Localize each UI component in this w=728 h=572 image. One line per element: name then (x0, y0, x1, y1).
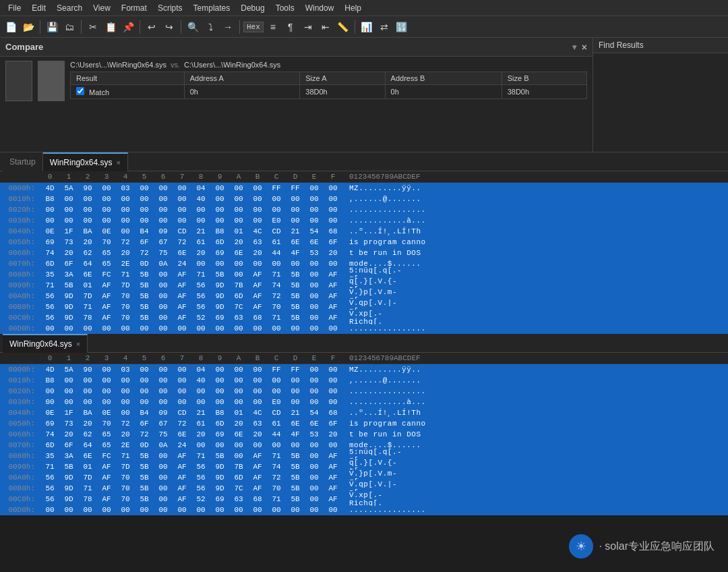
save-button[interactable]: 💾 (44, 19, 60, 35)
hex-byte[interactable]: 44 (267, 249, 286, 257)
hex-byte[interactable]: 00 (267, 324, 286, 333)
hex-byte[interactable]: 9D (210, 484, 229, 492)
hex-byte[interactable]: 78 (78, 495, 97, 503)
hex-byte[interactable]: 00 (59, 217, 78, 225)
hex-byte[interactable]: 00 (116, 398, 135, 406)
hex-byte[interactable]: 00 (229, 206, 248, 214)
hex-byte[interactable]: AF (324, 452, 342, 460)
hex-byte[interactable]: 6E (173, 249, 191, 257)
hex-byte[interactable]: 00 (78, 206, 97, 214)
hex-byte[interactable]: 20 (248, 249, 267, 257)
hex-byte[interactable]: 00 (40, 324, 59, 333)
hex-byte[interactable]: CD (267, 227, 286, 235)
hex-byte[interactable]: 20 (324, 249, 342, 257)
hex-byte[interactable]: 7D (116, 463, 135, 471)
hex-byte[interactable]: 0E (97, 409, 116, 417)
hex-byte[interactable]: 00 (286, 441, 305, 449)
hex-byte[interactable]: 7C (229, 484, 248, 492)
hex-byte[interactable]: 75 (154, 430, 173, 438)
hex-byte[interactable]: 6E (78, 270, 97, 279)
hex-byte[interactable]: AF (173, 281, 191, 289)
hex-byte[interactable]: FF (267, 184, 286, 192)
open-button[interactable]: 📂 (20, 19, 36, 35)
hex-byte[interactable]: 00 (97, 506, 116, 514)
tab-close-a[interactable]: × (116, 159, 120, 167)
hex-byte[interactable]: 9D (210, 303, 229, 311)
hex-byte[interactable]: 00 (173, 398, 191, 406)
hex-byte[interactable]: 6E (173, 430, 191, 438)
hex-byte[interactable]: 00 (135, 184, 154, 192)
hex-byte[interactable]: 4F (286, 430, 305, 438)
hex-byte[interactable]: 4F (286, 249, 305, 257)
hex-byte[interactable]: 6E (229, 249, 248, 257)
hex-byte[interactable]: 00 (248, 398, 267, 406)
compare-close[interactable]: × (582, 42, 587, 53)
hex-byte[interactable]: 71 (40, 463, 59, 471)
ruler-btn[interactable]: 📏 (335, 19, 351, 35)
hex-byte[interactable]: 4D (40, 366, 59, 374)
hex-byte[interactable]: 4C (248, 227, 267, 235)
hex-byte[interactable]: 71 (267, 495, 286, 503)
hex-byte[interactable]: AF (97, 474, 116, 482)
hex-byte[interactable]: 00 (191, 217, 210, 225)
hex-byte[interactable]: 56 (191, 484, 210, 492)
hex-byte[interactable]: 24 (173, 260, 191, 268)
hex-byte[interactable]: 70 (267, 484, 286, 492)
hex-byte[interactable]: 00 (286, 195, 305, 203)
menu-edit[interactable]: Edit (26, 2, 51, 14)
hex-byte[interactable]: 6D (229, 292, 248, 300)
hex-byte[interactable]: 00 (305, 495, 324, 503)
hex-byte[interactable]: 00 (210, 206, 229, 214)
hex-byte[interactable]: 00 (286, 324, 305, 333)
hex-byte[interactable]: 5B (135, 303, 154, 311)
hex-byte[interactable]: 52 (191, 495, 210, 503)
hex-byte[interactable]: 00 (229, 260, 248, 268)
hex-byte[interactable]: 64 (78, 260, 97, 268)
goto-button[interactable]: → (220, 19, 236, 35)
hex-byte[interactable]: 20 (78, 238, 97, 246)
hex-byte[interactable]: AF (97, 292, 116, 300)
hex-byte[interactable]: E0 (267, 217, 286, 225)
compare-row[interactable]: Match 0h 38D0h 0h 38D0h (71, 85, 587, 99)
hex-byte[interactable]: AF (173, 303, 191, 311)
hex-byte[interactable]: 00 (97, 366, 116, 374)
hex-byte[interactable]: 5B (286, 474, 305, 482)
hex-byte[interactable]: 35 (40, 270, 59, 279)
hex-byte[interactable]: 00 (324, 387, 342, 395)
hex-byte[interactable]: AF (324, 281, 342, 289)
hex-byte[interactable]: 00 (78, 324, 97, 333)
hex-byte[interactable]: AF (173, 484, 191, 492)
hex-byte[interactable]: 9D (59, 495, 78, 503)
hex-byte[interactable]: 00 (210, 506, 229, 514)
hex-byte[interactable]: 00 (154, 217, 173, 225)
hex-byte[interactable]: 00 (173, 366, 191, 374)
hex-byte[interactable]: 00 (229, 270, 248, 279)
hex-byte[interactable]: 00 (135, 206, 154, 214)
hex-byte[interactable]: 69 (210, 495, 229, 503)
table-row[interactable]: 0040h:0E1FBA0E00B409CD21B8014CCD215468..… (0, 226, 728, 237)
hex-byte[interactable]: 56 (191, 281, 210, 289)
hex-byte[interactable]: 00 (305, 206, 324, 214)
hex-byte[interactable]: 70 (97, 238, 116, 246)
hex-byte[interactable]: 6D (210, 238, 229, 246)
hex-byte[interactable]: 5B (286, 452, 305, 460)
hex-byte[interactable]: 00 (305, 281, 324, 289)
hex-byte[interactable]: FF (267, 366, 286, 374)
table-row[interactable]: 00C0h:569D78AF705B00AF52696368715B00AFV.… (0, 494, 728, 505)
hex-byte[interactable]: 00 (135, 195, 154, 203)
diff-btn[interactable]: ⇄ (376, 19, 392, 35)
hex-byte[interactable]: 00 (191, 206, 210, 214)
hex-byte[interactable]: 72 (135, 249, 154, 257)
hex-byte[interactable]: 00 (116, 227, 135, 235)
hex-byte[interactable]: 73 (59, 238, 78, 246)
hex-byte[interactable]: 00 (229, 441, 248, 449)
hex-byte[interactable]: FF (286, 366, 305, 374)
hex-byte[interactable]: 21 (191, 227, 210, 235)
hex-byte[interactable]: 56 (40, 292, 59, 300)
hex-byte[interactable]: FC (97, 452, 116, 460)
hex-byte[interactable]: 00 (40, 398, 59, 406)
table-row[interactable]: 00C0h:569D78AF705B00AF52696368715B00AFV.… (0, 312, 728, 323)
hex-byte[interactable]: 00 (267, 441, 286, 449)
hex-byte[interactable]: 00 (173, 324, 191, 333)
hex-byte[interactable]: AF (173, 314, 191, 322)
